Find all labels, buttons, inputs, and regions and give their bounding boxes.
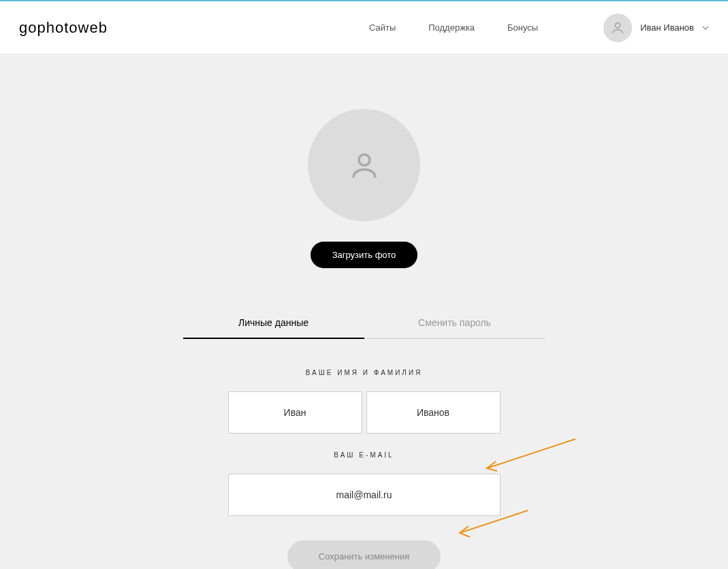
user-icon — [610, 20, 625, 35]
name-label: ВАШЕ ИМЯ И ФАМИЛИЯ — [228, 369, 501, 376]
first-name-field[interactable] — [228, 391, 362, 434]
form-personal: ВАШЕ ИМЯ И ФАМИЛИЯ ВАШ E-MAIL Сохранить … — [228, 369, 501, 569]
save-button[interactable]: Сохранить изменения — [287, 540, 441, 569]
nav-support[interactable]: Поддержка — [428, 22, 475, 33]
nav-bonuses[interactable]: Бонусы — [507, 22, 538, 33]
profile-avatar — [308, 109, 420, 221]
user-menu[interactable]: Иван Иванов — [603, 14, 709, 42]
tabs: Личные данные Сменить пароль — [183, 308, 545, 339]
last-name-field[interactable] — [366, 391, 501, 434]
main-content: Загрузить фото Личные данные Сменить пар… — [0, 54, 728, 569]
user-icon — [348, 149, 381, 182]
chevron-down-icon — [702, 24, 709, 31]
tab-change-password[interactable]: Сменить пароль — [364, 308, 545, 339]
tab-personal-data[interactable]: Личные данные — [183, 308, 364, 339]
email-field[interactable] — [228, 474, 501, 516]
user-avatar-small — [603, 14, 632, 42]
header: gophotoweb Сайты Поддержка Бонусы Иван И… — [0, 0, 728, 54]
nav: Сайты Поддержка Бонусы Иван Иванов — [369, 14, 709, 42]
upload-photo-button[interactable]: Загрузить фото — [311, 242, 418, 268]
user-name: Иван Иванов — [640, 22, 694, 33]
logo[interactable]: gophotoweb — [19, 19, 108, 37]
svg-point-0 — [616, 22, 620, 27]
nav-sites[interactable]: Сайты — [369, 22, 396, 33]
name-row — [228, 391, 501, 434]
svg-point-1 — [359, 155, 370, 165]
email-label: ВАШ E-MAIL — [228, 451, 501, 459]
